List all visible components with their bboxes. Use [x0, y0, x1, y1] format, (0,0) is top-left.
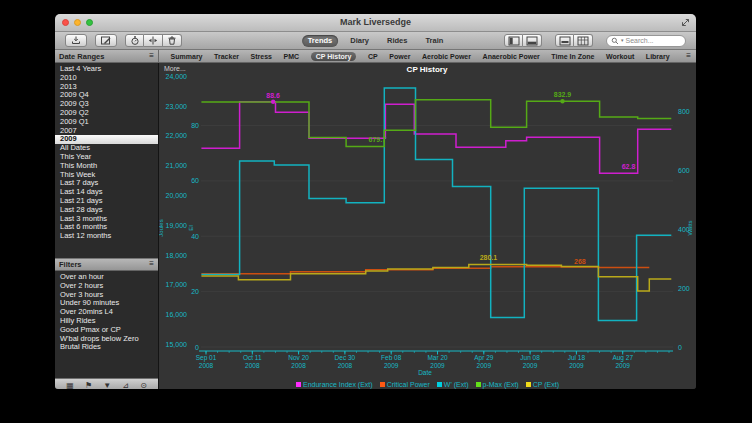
joules-tick-label: 20,000: [166, 192, 188, 199]
hamburger-icon[interactable]: ≡: [149, 52, 154, 60]
sidebar-toggle-button[interactable]: [504, 34, 523, 47]
watts-tick-label: 0: [678, 344, 682, 351]
legend-item: W' (Ext): [437, 381, 469, 388]
annotation-dot: [271, 100, 275, 104]
date-range-item[interactable]: Last 12 months: [55, 232, 158, 241]
tab-tracker[interactable]: Tracker: [214, 53, 239, 60]
view-tab-trends[interactable]: Trends: [302, 35, 339, 47]
x-tick-label: Jun 082009: [520, 354, 540, 369]
gear-icon[interactable]: ⊙: [140, 379, 147, 389]
search-input[interactable]: ▾ Search...: [606, 35, 686, 47]
sidebar-footer-toolbar: ▦⚑▼⊿⊙: [55, 378, 158, 389]
legend-label: Endurance Index (Ext): [303, 381, 373, 388]
annotation-label: 832.9: [554, 91, 572, 98]
x-tick-label: Jul 182009: [568, 354, 586, 369]
joules-tick-label: 19,000: [166, 222, 188, 229]
tab-power[interactable]: Power: [389, 53, 410, 60]
legend-label: W' (Ext): [444, 381, 469, 388]
x-tick-label: Apr 292009: [474, 354, 494, 369]
x-tick-label: Dec 302008: [335, 354, 356, 369]
filters-header: Filters ≡: [55, 258, 158, 271]
filter-item[interactable]: Brutal Rides: [55, 343, 158, 352]
joules-tick-label: 16,000: [166, 311, 188, 318]
filters-hamburger-icon[interactable]: ≡: [149, 260, 154, 268]
stopwatch-icon: [129, 35, 141, 46]
joules-tick-label: 18,000: [166, 252, 188, 259]
bar-view-button[interactable]: [555, 34, 574, 47]
view-tab-rides[interactable]: Rides: [381, 35, 413, 47]
tab-anaerobic-power[interactable]: Anaerobic Power: [483, 53, 540, 60]
tab-workout[interactable]: Workout: [606, 53, 634, 60]
view-tab-diary[interactable]: Diary: [344, 35, 375, 47]
tab-time-in-zone[interactable]: Time In Zone: [551, 53, 594, 60]
ei-axis-title: EI: [188, 225, 194, 231]
compose-button[interactable]: [95, 34, 117, 47]
split-view-button[interactable]: [144, 34, 163, 47]
calendar-icon[interactable]: ▦: [66, 379, 74, 389]
filters-title: Filters: [59, 260, 82, 269]
content-area: Last 4 Years201020132009 Q42009 Q32009 Q…: [55, 63, 696, 389]
legend-swatch-icon: [437, 382, 442, 387]
zoom-button[interactable]: [86, 19, 93, 26]
ei-tick-label: 60: [191, 177, 199, 184]
tab-library[interactable]: Library: [646, 53, 670, 60]
search-placeholder: Search...: [626, 37, 654, 44]
search-icon: [611, 37, 619, 45]
trash-icon: [166, 35, 178, 46]
x-tick-label: Oct 112008: [243, 354, 262, 369]
app-window: Mark Liversedge: [55, 14, 696, 389]
stopwatch-button[interactable]: [125, 34, 144, 47]
ei-tick-label: 40: [191, 233, 199, 240]
chart-tabs: SummaryTrackerStressPMCCP HistoryCPPower…: [159, 52, 681, 61]
sidebar: Last 4 Years201020132009 Q42009 Q32009 Q…: [55, 63, 159, 389]
bar-view-icon: [559, 36, 571, 46]
main-toolbar: TrendsDiaryRidesTrain ▾: [55, 32, 696, 50]
grid-view-icon: [577, 36, 589, 46]
tab-summary[interactable]: Summary: [171, 53, 203, 60]
tab-cp-history[interactable]: CP History: [311, 52, 357, 61]
joules-tick-label: 23,000: [166, 103, 188, 110]
view-tab-train[interactable]: Train: [419, 35, 449, 47]
legend-item: p-Max (Ext): [476, 381, 519, 388]
tab-aerobic-power[interactable]: Aerobic Power: [422, 53, 471, 60]
joules-axis-title: Joules: [159, 219, 164, 236]
tab-cp[interactable]: CP: [368, 53, 378, 60]
search-scope-caret-icon[interactable]: ▾: [621, 38, 624, 43]
tab-stress[interactable]: Stress: [251, 53, 272, 60]
legend-label: CP (Ext): [533, 381, 559, 388]
trash-button[interactable]: [163, 34, 182, 47]
chart-menu-hamburger-icon[interactable]: ≡: [681, 52, 696, 60]
joules-tick-label: 22,000: [166, 132, 188, 139]
filters-list: Over an hourOver 2 hoursOver 3 hoursUnde…: [55, 271, 158, 352]
more-link[interactable]: More...: [164, 65, 186, 72]
joules-tick-label: 21,000: [166, 162, 188, 169]
minimize-button[interactable]: [74, 19, 81, 26]
chart-icon[interactable]: ⊿: [122, 379, 129, 389]
grid-view-button[interactable]: [574, 34, 593, 47]
layout-toggle-group: [555, 34, 593, 47]
close-button[interactable]: [62, 19, 69, 26]
x-tick-label: Mar 202009: [427, 354, 448, 369]
annotation-label: 280.1: [480, 254, 498, 261]
cp-history-chart[interactable]: More...CP History24,00023,00022,00021,00…: [159, 63, 696, 389]
screen: { "window": { "title": "Mark Liversedge"…: [0, 0, 752, 423]
x-tick-label: Sep 012008: [196, 354, 217, 369]
import-icon: [70, 35, 82, 46]
bookmark-icon[interactable]: ⚑: [85, 379, 92, 389]
series-p-max-ext-: [201, 100, 671, 147]
legend-swatch-icon: [296, 382, 301, 387]
annotation-label: 88.6: [266, 92, 280, 99]
legend-label: p-Max (Ext): [483, 381, 519, 388]
tool-group: [125, 34, 182, 47]
tab-pmc[interactable]: PMC: [284, 53, 300, 60]
view-tabs: TrendsDiaryRidesTrain: [302, 35, 450, 47]
series-endurance-index-ext-: [201, 102, 671, 173]
annotation-label: 62.8: [622, 163, 636, 170]
legend-item: Critical Power: [380, 381, 430, 388]
fullscreen-icon[interactable]: [681, 18, 690, 27]
window-title: Mark Liversedge: [55, 14, 696, 31]
panel-bottom-icon: [526, 36, 538, 46]
import-button[interactable]: [65, 34, 87, 47]
bottombar-toggle-button[interactable]: [523, 34, 542, 47]
filter-icon[interactable]: ▼: [103, 379, 111, 389]
